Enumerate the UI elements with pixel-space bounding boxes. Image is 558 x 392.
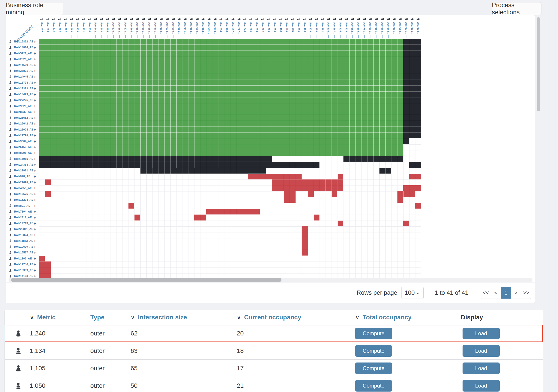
- matrix-cell-run[interactable]: [39, 144, 403, 150]
- matrix-cell-run[interactable]: [403, 74, 421, 80]
- matrix-row-header[interactable]: Role18724_AE+: [6, 80, 39, 86]
- matrix-cell-run[interactable]: [39, 109, 403, 115]
- matrix-cell-run[interactable]: [302, 232, 308, 238]
- expand-plus-icon[interactable]: +: [34, 116, 36, 120]
- matrix-column-header[interactable]: User419...: [343, 15, 349, 39]
- expand-plus-icon[interactable]: +: [34, 104, 36, 108]
- matrix-column-header[interactable]: User668...: [116, 15, 122, 39]
- matrix-column-header[interactable]: User609...: [170, 15, 176, 39]
- matrix-column-header[interactable]: User468...: [379, 15, 385, 39]
- matrix-row-header[interactable]: Role16597_AE+: [6, 250, 39, 256]
- expand-plus-icon[interactable]: +: [34, 122, 36, 126]
- first-page-button[interactable]: <<: [481, 287, 491, 299]
- matrix-cell-run[interactable]: [39, 150, 403, 156]
- matrix-cell-run[interactable]: [397, 197, 403, 203]
- matrix-cell-run[interactable]: [403, 121, 421, 127]
- matrix-column-header[interactable]: User508...: [99, 15, 105, 39]
- matrix-cell-run[interactable]: [45, 191, 51, 197]
- matrix-column-header[interactable]: User101...: [152, 15, 158, 39]
- matrix-row-header[interactable]: Role8632_AE+: [6, 109, 39, 115]
- expand-plus-icon[interactable]: +: [34, 151, 36, 155]
- matrix-column-header[interactable]: User556...: [272, 15, 278, 39]
- matrix-cell-run[interactable]: [39, 74, 403, 80]
- matrix-cell-run[interactable]: [403, 185, 421, 191]
- table-row[interactable]: 1,134outer6318ComputeLoad: [5, 342, 543, 360]
- matrix-column-header[interactable]: User514...: [164, 15, 170, 39]
- matrix-row-header[interactable]: Role8391_AE+: [6, 150, 39, 156]
- matrix-row-header[interactable]: Role27226_AE+: [6, 97, 39, 103]
- matrix-cell-run[interactable]: [403, 115, 421, 121]
- expand-plus-icon[interactable]: +: [34, 69, 36, 73]
- matrix-column-header[interactable]: User259...: [254, 15, 260, 39]
- matrix-row-header[interactable]: Role19629_AE+: [6, 244, 39, 250]
- matrix-column-header[interactable]: User250...: [314, 15, 320, 39]
- matrix-row-header[interactable]: Role11853_AE+: [6, 238, 39, 244]
- matrix-row-header[interactable]: Role16824_AE+: [6, 232, 39, 238]
- matrix-cell-run[interactable]: [39, 56, 403, 62]
- matrix-column-header[interactable]: User511...: [206, 15, 212, 39]
- expand-plus-icon[interactable]: +: [34, 163, 36, 167]
- matrix-cell-run[interactable]: [39, 115, 403, 121]
- matrix-column-header[interactable]: User173...: [122, 15, 129, 39]
- expand-plus-icon[interactable]: +: [34, 239, 36, 243]
- expand-plus-icon[interactable]: +: [34, 110, 36, 114]
- matrix-cell-run[interactable]: [302, 238, 308, 244]
- matrix-row-header[interactable]: Role6166_AE+: [6, 144, 39, 150]
- matrix-column-header[interactable]: User599...: [69, 15, 75, 39]
- load-button[interactable]: Load: [462, 380, 500, 392]
- last-page-button[interactable]: >>: [521, 287, 531, 299]
- matrix-column-header[interactable]: User141...: [182, 15, 188, 39]
- table-row[interactable]: 1,105outer6517ComputeLoad: [5, 360, 543, 377]
- matrix-row-header[interactable]: Role18429_AE+: [6, 92, 39, 97]
- matrix-row-header[interactable]: Role4953_AE+: [6, 185, 39, 191]
- process-selections-button[interactable]: Process selections: [492, 2, 541, 15]
- column-header-total-occupancy[interactable]: ∨ Total occupancy: [355, 310, 411, 325]
- matrix-column-header[interactable]: User479...: [308, 15, 314, 39]
- expand-plus-icon[interactable]: +: [34, 221, 36, 226]
- matrix-row-header[interactable]: Role21698_AE+: [6, 179, 39, 185]
- matrix-cell-run[interactable]: [308, 191, 314, 197]
- matrix-cell-run[interactable]: [39, 97, 403, 103]
- expand-plus-icon[interactable]: +: [34, 86, 36, 90]
- load-button[interactable]: Load: [462, 363, 500, 374]
- matrix-cell-run[interactable]: [39, 121, 403, 127]
- matrix-cell-run[interactable]: [403, 56, 421, 62]
- matrix-cell-run[interactable]: [403, 103, 421, 109]
- expand-plus-icon[interactable]: +: [34, 63, 36, 67]
- matrix-cell-run[interactable]: [39, 132, 403, 138]
- matrix-column-header[interactable]: User279...: [75, 15, 81, 39]
- matrix-row-header[interactable]: Role801_AE+: [6, 203, 39, 209]
- matrix-row-header[interactable]: Role14669_AE+: [6, 62, 39, 68]
- expand-plus-icon[interactable]: +: [34, 174, 36, 179]
- matrix-cell-run[interactable]: [39, 138, 403, 144]
- matrix-column-header[interactable]: User546...: [242, 15, 248, 39]
- matrix-column-header[interactable]: User242...: [51, 15, 57, 39]
- matrix-column-header[interactable]: User488...: [278, 15, 284, 39]
- matrix-row-header[interactable]: Role24354_AE+: [6, 162, 39, 168]
- table-row[interactable]: 1,240outer6220ComputeLoad: [5, 325, 543, 342]
- matrix-column-header[interactable]: User142...: [93, 15, 99, 39]
- vertical-scrollbar-thumb[interactable]: [537, 17, 540, 111]
- matrix-cell-run[interactable]: [39, 86, 403, 91]
- matrix-cell-run[interactable]: [39, 92, 403, 97]
- expand-plus-icon[interactable]: +: [34, 227, 36, 231]
- matrix-column-header[interactable]: User465...: [128, 15, 134, 39]
- compute-button[interactable]: Compute: [355, 328, 392, 339]
- compute-button[interactable]: Compute: [355, 363, 392, 374]
- matrix-column-header[interactable]: User270...: [110, 15, 116, 39]
- matrix-cell-run[interactable]: [409, 174, 421, 179]
- matrix-column-header[interactable]: User291...: [140, 15, 147, 39]
- matrix-cell-run[interactable]: [128, 203, 134, 209]
- matrix-cell-run[interactable]: [403, 92, 421, 97]
- column-header-type[interactable]: Type: [90, 310, 105, 325]
- next-page-button[interactable]: >: [511, 287, 521, 299]
- matrix-column-header[interactable]: User354...: [105, 15, 110, 39]
- matrix-row-header[interactable]: Role15892_AE+: [6, 39, 39, 45]
- expand-plus-icon[interactable]: +: [34, 80, 36, 85]
- matrix-column-header[interactable]: User336...: [403, 15, 409, 39]
- rows-per-page-select[interactable]: 100 ⌄: [401, 287, 424, 299]
- matrix-column-header[interactable]: User491...: [391, 15, 397, 39]
- matrix-cell-run[interactable]: [343, 156, 403, 162]
- matrix-row-header[interactable]: Role5221_AE+: [6, 51, 39, 56]
- column-header-intersection-size[interactable]: ∨ Intersection size: [131, 310, 187, 325]
